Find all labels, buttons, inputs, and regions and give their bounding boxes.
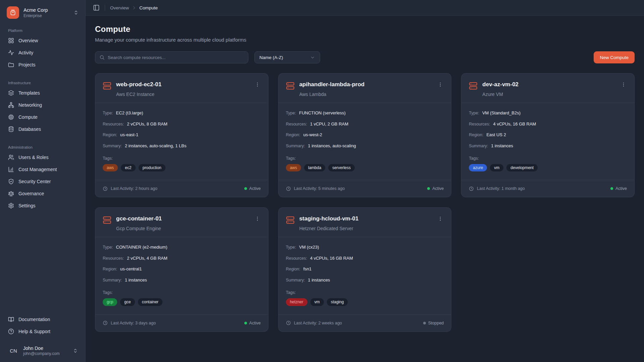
card-menu-button[interactable] bbox=[254, 81, 261, 88]
detail-value: 1 instances bbox=[308, 277, 330, 282]
compute-card: web-prod-ec2-01 Aws EC2 Instance Type:EC… bbox=[95, 73, 268, 197]
card-body: Type:VM (cx23) Resources:4 vCPUs, 16 GB … bbox=[279, 237, 451, 314]
brand-text: Acme Corp Enterprise bbox=[23, 7, 69, 18]
card-menu-button[interactable] bbox=[620, 81, 627, 88]
card-menu-button[interactable] bbox=[437, 81, 444, 88]
sidebar-footer: Documentation Help & Support CN John Doe… bbox=[0, 313, 85, 359]
sidebar-item-cost-management[interactable]: Cost Management bbox=[4, 163, 81, 175]
sidebar-item-users-roles[interactable]: Users & Roles bbox=[4, 151, 81, 163]
nav-section-label: Administration bbox=[4, 143, 81, 151]
tag: azure bbox=[469, 164, 487, 171]
card-menu-button[interactable] bbox=[254, 215, 261, 222]
card-body: Type:FUNCTION (serverless) Resources:1 v… bbox=[279, 103, 451, 180]
detail-value: VM (cx23) bbox=[299, 245, 319, 250]
detail-type: Type:VM (cx23) bbox=[286, 245, 444, 250]
sidebar-item-settings[interactable]: Settings bbox=[4, 200, 81, 212]
detail-label: Type: bbox=[469, 111, 479, 115]
topbar: Overview Compute bbox=[86, 0, 644, 16]
detail-region: Region:us-east-1 bbox=[103, 133, 261, 137]
layers-icon bbox=[8, 90, 14, 96]
detail-summary: Summary:1 instances bbox=[469, 144, 627, 148]
last-activity: Last Activity: 1 month ago bbox=[477, 186, 525, 191]
clock-icon bbox=[103, 320, 108, 325]
card-menu-button[interactable] bbox=[437, 215, 444, 222]
server-icon bbox=[103, 216, 111, 224]
detail-value: East US 2 bbox=[486, 132, 506, 137]
tag-list: aws lambda serverless bbox=[286, 164, 444, 171]
search-input[interactable] bbox=[108, 55, 244, 60]
detail-label: Resources: bbox=[103, 122, 124, 126]
tags-label: Tags: bbox=[469, 156, 624, 161]
activity-pulse-icon bbox=[8, 50, 14, 56]
card-header-text: dev-az-vm-02 Azure VM bbox=[482, 81, 518, 97]
status-badge: Active bbox=[244, 321, 261, 325]
detail-summary: Summary:1 instances, auto-scaling bbox=[286, 144, 444, 148]
sidebar-toggle-button[interactable] bbox=[93, 4, 100, 11]
sidebar-item-label: Overview bbox=[18, 38, 38, 43]
page-title: Compute bbox=[95, 24, 635, 34]
detail-region: Region:fsn1 bbox=[286, 267, 444, 271]
sidebar-item-overview[interactable]: Overview bbox=[4, 35, 81, 47]
nav-section-label: Platform bbox=[4, 26, 81, 35]
sidebar-item-templates[interactable]: Templates bbox=[4, 87, 81, 99]
detail-value: EC2 (t3.large) bbox=[116, 110, 143, 115]
help-circle-icon bbox=[8, 328, 14, 334]
last-activity: Last Activity: 5 minutes ago bbox=[294, 186, 345, 191]
detail-region: Region:us-west-2 bbox=[286, 133, 444, 137]
sidebar: Acme Corp Enterprise Platform Overview A… bbox=[0, 0, 86, 362]
sidebar-item-activity[interactable]: Activity bbox=[4, 47, 81, 59]
card-footer: Last Activity: 5 minutes ago Active bbox=[279, 180, 451, 197]
sidebar-item-governance[interactable]: Governance bbox=[4, 188, 81, 200]
detail-label: Resources: bbox=[286, 256, 307, 261]
shield-check-icon bbox=[8, 178, 14, 185]
breadcrumb-overview[interactable]: Overview bbox=[110, 5, 129, 10]
card-body: Type:EC2 (t3.large) Resources:2 vCPUs, 8… bbox=[95, 103, 268, 180]
ellipsis-vertical-icon bbox=[255, 216, 260, 221]
tag: gce bbox=[120, 298, 135, 306]
status-badge: Active bbox=[427, 186, 444, 191]
detail-resources: Resources:2 vCPUs, 4 GB RAM bbox=[103, 256, 261, 261]
sidebar-item-documentation[interactable]: Documentation bbox=[4, 313, 81, 325]
detail-label: Region: bbox=[103, 267, 117, 271]
new-compute-button[interactable]: New Compute bbox=[594, 51, 635, 63]
tag: staging bbox=[327, 298, 348, 306]
sidebar-item-label: Databases bbox=[18, 126, 41, 132]
tags-label: Tags: bbox=[286, 290, 441, 295]
card-footer: Last Activity: 3 days ago Active bbox=[95, 314, 268, 331]
detail-value: us-east-1 bbox=[120, 132, 138, 137]
sidebar-item-label: Cost Management bbox=[18, 167, 57, 172]
org-name: Acme Corp bbox=[23, 7, 69, 13]
sort-select[interactable]: Name (A-Z) bbox=[254, 51, 320, 63]
sidebar-item-security-center[interactable]: Security Center bbox=[4, 175, 81, 188]
detail-region: Region:us-central1 bbox=[103, 267, 261, 271]
detail-type: Type:FUNCTION (serverless) bbox=[286, 111, 444, 115]
avatar: CN bbox=[8, 348, 19, 354]
ellipsis-vertical-icon bbox=[438, 216, 443, 221]
server-icon bbox=[103, 82, 111, 90]
detail-value: 2 instances, auto-scaling, 1 LBs bbox=[125, 143, 187, 148]
clock-icon bbox=[103, 186, 108, 191]
sidebar-item-compute[interactable]: Compute bbox=[4, 111, 81, 123]
resource-name: staging-hcloud-vm-01 bbox=[299, 215, 359, 222]
card-header: dev-az-vm-02 Azure VM bbox=[461, 73, 634, 103]
server-icon bbox=[286, 82, 295, 90]
user-menu[interactable]: CN John Doe john@company.com bbox=[4, 342, 81, 359]
sidebar-item-databases[interactable]: Databases bbox=[4, 123, 81, 135]
sidebar-item-networking[interactable]: Networking bbox=[4, 99, 81, 111]
tag: hetzner bbox=[286, 298, 307, 306]
tag: gcp bbox=[103, 298, 117, 306]
brand-logo bbox=[7, 6, 19, 19]
sidebar-item-label: Networking bbox=[18, 102, 42, 108]
sidebar-item-label: Security Center bbox=[18, 179, 51, 184]
tags-label: Tags: bbox=[103, 290, 258, 295]
detail-summary: Summary:2 instances, auto-scaling, 1 LBs bbox=[103, 144, 261, 148]
tag: production bbox=[139, 164, 165, 171]
detail-label: Type: bbox=[103, 111, 113, 115]
resource-name: gce-container-01 bbox=[116, 215, 162, 222]
org-switcher[interactable]: Acme Corp Enterprise bbox=[3, 4, 82, 21]
card-header: gce-container-01 Gcp Compute Engine bbox=[95, 208, 268, 237]
sidebar-item-projects[interactable]: Projects bbox=[4, 59, 81, 71]
sidebar-item-label: Help & Support bbox=[18, 329, 50, 334]
sidebar-item-help-support[interactable]: Help & Support bbox=[4, 325, 81, 338]
compute-card: apihandler-lambda-prod Aws Lambda Type:F… bbox=[278, 73, 452, 197]
